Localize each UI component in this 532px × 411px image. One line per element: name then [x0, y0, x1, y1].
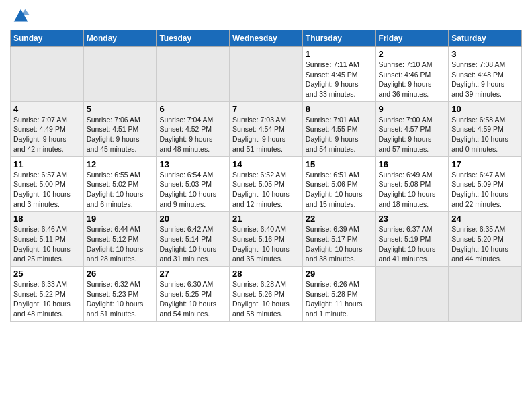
calendar-cell: 4Sunrise: 7:07 AM Sunset: 4:49 PM Daylig…: [11, 101, 84, 156]
day-number: 2: [379, 49, 446, 59]
day-info: Sunrise: 6:44 AM Sunset: 5:12 PM Dayligh…: [87, 224, 154, 264]
calendar-cell: 28Sunrise: 6:28 AM Sunset: 5:26 PM Dayli…: [230, 267, 303, 322]
day-number: 23: [379, 214, 446, 224]
calendar-cell: 6Sunrise: 7:04 AM Sunset: 4:52 PM Daylig…: [157, 101, 230, 156]
day-info: Sunrise: 6:55 AM Sunset: 5:02 PM Dayligh…: [87, 170, 154, 210]
day-info: Sunrise: 6:32 AM Sunset: 5:23 PM Dayligh…: [87, 279, 154, 319]
calendar-cell: 27Sunrise: 6:30 AM Sunset: 5:25 PM Dayli…: [157, 267, 230, 322]
day-info: Sunrise: 6:28 AM Sunset: 5:26 PM Dayligh…: [232, 279, 300, 319]
calendar-day-header: Saturday: [449, 30, 522, 47]
calendar-day-header: Sunday: [11, 30, 84, 47]
calendar-cell: 11Sunrise: 6:57 AM Sunset: 5:00 PM Dayli…: [11, 156, 84, 212]
calendar-day-header: Friday: [375, 30, 449, 47]
page: SundayMondayTuesdayWednesdayThursdayFrid…: [0, 0, 532, 328]
day-info: Sunrise: 7:00 AM Sunset: 4:57 PM Dayligh…: [379, 115, 446, 154]
day-info: Sunrise: 6:47 AM Sunset: 5:09 PM Dayligh…: [451, 170, 519, 210]
day-number: 4: [13, 104, 81, 114]
day-info: Sunrise: 6:57 AM Sunset: 5:00 PM Dayligh…: [13, 170, 81, 210]
calendar-cell: [230, 47, 303, 102]
calendar-day-header: Wednesday: [230, 30, 303, 47]
day-number: 16: [379, 159, 446, 169]
day-info: Sunrise: 6:54 AM Sunset: 5:03 PM Dayligh…: [159, 170, 226, 210]
day-number: 24: [451, 214, 519, 224]
day-number: 15: [306, 159, 373, 169]
day-number: 7: [232, 104, 300, 114]
calendar-day-header: Tuesday: [157, 30, 230, 47]
day-number: 20: [159, 214, 226, 224]
day-info: Sunrise: 6:26 AM Sunset: 5:28 PM Dayligh…: [306, 279, 373, 319]
day-info: Sunrise: 6:46 AM Sunset: 5:11 PM Dayligh…: [13, 224, 81, 264]
calendar-week-row: 1Sunrise: 7:11 AM Sunset: 4:45 PM Daylig…: [11, 47, 522, 102]
calendar-cell: 15Sunrise: 6:51 AM Sunset: 5:06 PM Dayli…: [302, 156, 375, 212]
day-info: Sunrise: 6:37 AM Sunset: 5:19 PM Dayligh…: [379, 224, 446, 264]
day-number: 18: [13, 214, 81, 224]
day-number: 28: [232, 269, 300, 279]
calendar-week-row: 4Sunrise: 7:07 AM Sunset: 4:49 PM Daylig…: [11, 101, 522, 156]
calendar-cell: 16Sunrise: 6:49 AM Sunset: 5:08 PM Dayli…: [375, 156, 449, 212]
calendar-cell: [449, 267, 522, 322]
day-number: 6: [159, 104, 226, 114]
calendar-table: SundayMondayTuesdayWednesdayThursdayFrid…: [10, 30, 522, 322]
calendar-cell: 8Sunrise: 7:01 AM Sunset: 4:55 PM Daylig…: [302, 101, 375, 156]
day-number: 17: [451, 159, 519, 169]
calendar-cell: 9Sunrise: 7:00 AM Sunset: 4:57 PM Daylig…: [375, 101, 449, 156]
day-number: 13: [159, 159, 226, 169]
calendar-week-row: 18Sunrise: 6:46 AM Sunset: 5:11 PM Dayli…: [11, 212, 522, 267]
day-number: 8: [306, 104, 373, 114]
day-number: 19: [87, 214, 154, 224]
calendar-cell: 23Sunrise: 6:37 AM Sunset: 5:19 PM Dayli…: [375, 212, 449, 267]
calendar-cell: 14Sunrise: 6:52 AM Sunset: 5:05 PM Dayli…: [230, 156, 303, 212]
header: [10, 7, 522, 28]
logo: [10, 7, 30, 28]
day-info: Sunrise: 6:40 AM Sunset: 5:16 PM Dayligh…: [232, 224, 300, 264]
day-number: 3: [451, 49, 519, 59]
day-info: Sunrise: 6:42 AM Sunset: 5:14 PM Dayligh…: [159, 224, 226, 264]
day-number: 5: [87, 104, 154, 114]
day-info: Sunrise: 6:39 AM Sunset: 5:17 PM Dayligh…: [306, 224, 373, 264]
day-info: Sunrise: 7:01 AM Sunset: 4:55 PM Dayligh…: [306, 115, 373, 154]
calendar-week-row: 25Sunrise: 6:33 AM Sunset: 5:22 PM Dayli…: [11, 267, 522, 322]
calendar-cell: 7Sunrise: 7:03 AM Sunset: 4:54 PM Daylig…: [230, 101, 303, 156]
day-info: Sunrise: 7:03 AM Sunset: 4:54 PM Dayligh…: [232, 115, 300, 154]
day-number: 12: [87, 159, 154, 169]
day-info: Sunrise: 6:58 AM Sunset: 4:59 PM Dayligh…: [451, 115, 519, 154]
calendar-cell: [375, 267, 449, 322]
calendar-cell: 24Sunrise: 6:35 AM Sunset: 5:20 PM Dayli…: [449, 212, 522, 267]
day-info: Sunrise: 6:49 AM Sunset: 5:08 PM Dayligh…: [379, 170, 446, 210]
day-number: 29: [306, 269, 373, 279]
calendar-cell: 22Sunrise: 6:39 AM Sunset: 5:17 PM Dayli…: [302, 212, 375, 267]
calendar-cell: 17Sunrise: 6:47 AM Sunset: 5:09 PM Dayli…: [449, 156, 522, 212]
calendar-cell: 25Sunrise: 6:33 AM Sunset: 5:22 PM Dayli…: [11, 267, 84, 322]
calendar-cell: 21Sunrise: 6:40 AM Sunset: 5:16 PM Dayli…: [230, 212, 303, 267]
calendar-cell: 18Sunrise: 6:46 AM Sunset: 5:11 PM Dayli…: [11, 212, 84, 267]
day-info: Sunrise: 7:10 AM Sunset: 4:46 PM Dayligh…: [379, 60, 446, 99]
day-number: 1: [306, 49, 373, 59]
day-info: Sunrise: 6:51 AM Sunset: 5:06 PM Dayligh…: [306, 170, 373, 210]
day-info: Sunrise: 7:11 AM Sunset: 4:45 PM Dayligh…: [306, 60, 373, 99]
day-info: Sunrise: 7:08 AM Sunset: 4:48 PM Dayligh…: [451, 60, 519, 99]
day-info: Sunrise: 7:06 AM Sunset: 4:51 PM Dayligh…: [87, 115, 154, 154]
day-number: 11: [13, 159, 81, 169]
calendar-cell: [11, 47, 84, 102]
day-number: 9: [379, 104, 446, 114]
calendar-cell: 5Sunrise: 7:06 AM Sunset: 4:51 PM Daylig…: [83, 101, 157, 156]
day-number: 25: [13, 269, 81, 279]
calendar-cell: [157, 47, 230, 102]
calendar-week-row: 11Sunrise: 6:57 AM Sunset: 5:00 PM Dayli…: [11, 156, 522, 212]
day-info: Sunrise: 6:33 AM Sunset: 5:22 PM Dayligh…: [13, 279, 81, 319]
day-number: 21: [232, 214, 300, 224]
calendar-cell: 29Sunrise: 6:26 AM Sunset: 5:28 PM Dayli…: [302, 267, 375, 322]
day-number: 26: [87, 269, 154, 279]
calendar-cell: 13Sunrise: 6:54 AM Sunset: 5:03 PM Dayli…: [157, 156, 230, 212]
day-info: Sunrise: 7:07 AM Sunset: 4:49 PM Dayligh…: [13, 115, 81, 154]
calendar-cell: 1Sunrise: 7:11 AM Sunset: 4:45 PM Daylig…: [302, 47, 375, 102]
day-info: Sunrise: 6:52 AM Sunset: 5:05 PM Dayligh…: [232, 170, 300, 210]
day-number: 10: [451, 104, 519, 114]
day-info: Sunrise: 6:35 AM Sunset: 5:20 PM Dayligh…: [451, 224, 519, 264]
day-info: Sunrise: 6:30 AM Sunset: 5:25 PM Dayligh…: [159, 279, 226, 319]
calendar-cell: 10Sunrise: 6:58 AM Sunset: 4:59 PM Dayli…: [449, 101, 522, 156]
day-number: 14: [232, 159, 300, 169]
calendar-day-header: Thursday: [302, 30, 375, 47]
calendar-cell: 20Sunrise: 6:42 AM Sunset: 5:14 PM Dayli…: [157, 212, 230, 267]
calendar-cell: [83, 47, 157, 102]
